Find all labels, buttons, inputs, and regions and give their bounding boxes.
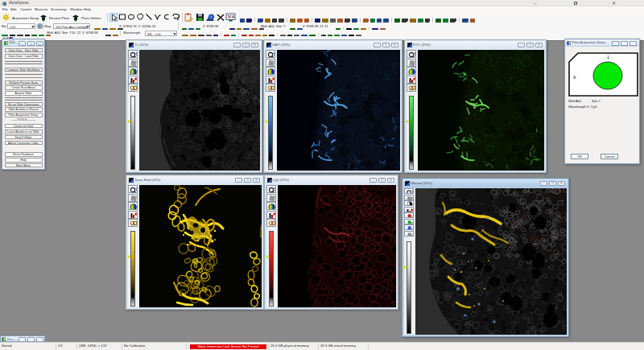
svg-text:A 1: A 1 — [130, 89, 134, 92]
svg-text:4: 4 — [411, 234, 413, 237]
svg-text:i: i — [211, 14, 212, 19]
svg-text:A 1: A 1 — [269, 224, 273, 227]
svg-text:A 1: A 1 — [409, 89, 413, 92]
svg-text:A 1: A 1 — [130, 224, 134, 227]
svg-text:A 1: A 1 — [268, 89, 272, 92]
svg-text:1: 1 — [607, 55, 609, 60]
